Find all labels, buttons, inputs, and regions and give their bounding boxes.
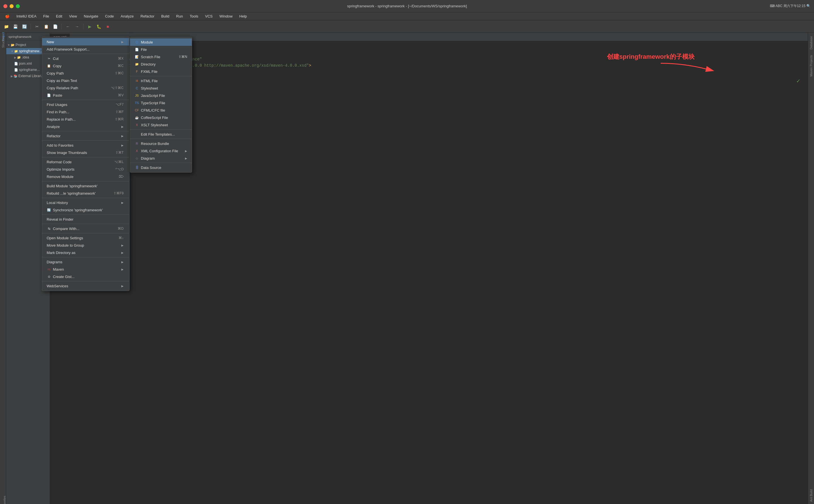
menu-item-cut[interactable]: ✂ Cut ⌘X [42,55,129,62]
menu-item-reformat[interactable]: Reformat Code ⌥⌘L [42,158,129,166]
menu-item-compare[interactable]: ⇆ Compare With... ⌘D [42,225,129,232]
submenu-label-cfml: CFML/CFC file [141,108,165,112]
menu-item-copy-path[interactable]: Copy Path ⇧⌘C [42,69,129,77]
module-settings-shortcut: ⌘↓ [118,236,123,240]
submenu-label-stylesheet: Stylesheet [141,86,158,90]
find-in-path-label: Find in Path... [47,110,69,114]
submenu-item-cfml[interactable]: CF CFML/CFC file [130,107,192,114]
rebuild-module-label: Rebuild ...le 'springframework' [47,191,96,195]
menu-item-image-thumbnails[interactable]: Show Image Thumbnails ⇧⌘T [42,149,129,156]
move-module-label: Move Module to Group [47,243,84,247]
menu-item-create-gist[interactable]: ⊙ Create Gist... [42,273,129,280]
webservices-arrow-icon: ▶ [121,284,123,288]
menu-item-maven[interactable]: m Maven ▶ [42,266,129,273]
remove-module-label: Remove Module [47,175,73,179]
diagram-icon: ◇ [135,156,139,160]
submenu-item-resource-bundle[interactable]: R Resource Bundle [130,140,192,147]
menu-item-move-module[interactable]: Move Module to Group ▶ [42,242,129,249]
scratch-shortcut: ⇧⌘N [178,55,187,59]
module-settings-label: Open Module Settings [47,236,83,240]
submenu-item-file[interactable]: 📄 File [130,46,192,53]
replace-in-path-shortcut: ⇧⌘R [115,117,123,121]
diagram-arrow-icon: ▶ [185,157,187,160]
compare-shortcut: ⌘D [118,227,123,231]
menu-item-add-favorites[interactable]: Add to Favorites ▶ [42,142,129,149]
html-icon: H [135,79,139,83]
reformat-shortcut: ⌥⌘L [114,160,123,164]
submenu-sep-3 [130,139,192,139]
find-usages-label: Find Usages [47,103,67,107]
edit-templates-icon [135,132,139,136]
menu-item-find-usages[interactable]: Find Usages ⌥F7 [42,101,129,108]
menu-item-copy[interactable]: 📋 Copy ⌘C [42,62,129,69]
scratch-icon: 📝 [135,55,139,59]
menu-item-copy-plain[interactable]: Copy as Plain Text [42,77,129,84]
menu-sep-1 [42,54,129,54]
menu-item-local-history[interactable]: Local History ▶ [42,199,129,206]
submenu-item-fxml[interactable]: F FXML File [130,68,192,75]
menu-item-add-framework[interactable]: Add Framework Support... [42,45,129,53]
submenu-item-xslt[interactable]: X XSLT Stylesheet [130,121,192,129]
menu-sep-5 [42,157,129,157]
new-label: New [47,40,54,44]
cut-shortcut: ⌘X [118,57,123,60]
find-usages-shortcut: ⌥F7 [116,103,123,107]
maven-arrow-icon: ▶ [121,268,123,271]
cut-label: Cut [53,57,58,61]
submenu-item-datasource[interactable]: 🗄 Data Source [130,164,192,171]
submenu-label-html: HTML File [141,79,157,83]
submenu-item-edit-templates[interactable]: Edit File Templates... [130,131,192,138]
maven-label: Maven [53,267,64,271]
submenu-item-typescript[interactable]: TS TypeScript File [130,99,192,107]
menu-sep-9 [42,224,129,224]
menu-sep-8 [42,214,129,215]
menu-sep-7 [42,198,129,198]
submenu-item-xml-config[interactable]: X XML Configuration File ▶ [130,147,192,155]
menu-item-synchronize[interactable]: 🔄 Synchronize 'springframework' [42,206,129,214]
analyze-arrow-icon: ▶ [121,125,123,128]
menu-item-build-module[interactable]: Build Module 'springframework' [42,182,129,190]
stylesheet-icon: C [135,86,139,90]
image-thumbnails-label: Show Image Thumbnails [47,151,87,155]
submenu-item-html[interactable]: H HTML File [130,77,192,84]
mark-directory-label: Mark Directory as [47,251,75,255]
menu-item-optimize-imports[interactable]: Optimize Imports ^⌥O [42,166,129,173]
menu-item-refactor[interactable]: Refactor ▶ [42,132,129,140]
menu-item-rebuild-module[interactable]: Rebuild ...le 'springframework' ⇧⌘F9 [42,190,129,197]
menu-item-reveal-finder[interactable]: Reveal in Finder [42,216,129,223]
submenu-item-stylesheet[interactable]: C Stylesheet [130,84,192,92]
submenu-item-scratch[interactable]: 📝 Scratch File ⇧⌘N [130,53,192,60]
submenu-item-diagram[interactable]: ◇ Diagram ▶ [130,155,192,162]
menu-item-find-in-path[interactable]: Find in Path... ⇧⌘F [42,108,129,116]
menu-item-replace-in-path[interactable]: Replace in Path... ⇧⌘R [42,116,129,123]
diagrams-arrow-icon: ▶ [121,260,123,264]
fxml-icon: F [135,69,139,74]
menu-item-mark-directory[interactable]: Mark Directory as ▶ [42,249,129,256]
directory-icon: 📁 [135,62,139,66]
context-menu-overlay[interactable]: New ▶ ⬡ Module 📄 File [0,0,814,504]
module-icon: ⬡ [135,40,139,44]
analyze-label: Analyze [47,125,60,129]
paste-shortcut: ⌘V [118,93,123,97]
submenu-item-directory[interactable]: 📁 Directory [130,60,192,68]
submenu-item-coffeescript[interactable]: ☕ CoffeeScript File [130,114,192,121]
sync-icon: 🔄 [47,208,51,212]
menu-item-analyze[interactable]: Analyze ▶ [42,123,129,130]
menu-item-module-settings[interactable]: Open Module Settings ⌘↓ [42,234,129,242]
menu-sep-3 [42,131,129,131]
typescript-icon: TS [135,101,139,105]
image-thumbnails-shortcut: ⇧⌘T [115,151,123,155]
copy-label: Copy [53,64,61,68]
xml-config-arrow-icon: ▶ [185,149,187,153]
submenu-item-module[interactable]: ⬡ Module [130,38,192,46]
menu-item-diagrams[interactable]: Diagrams ▶ [42,258,129,266]
submenu-item-javascript[interactable]: JS JavaScript File [130,92,192,99]
menu-item-copy-relative[interactable]: Copy Relative Path ⌥⇧⌘C [42,84,129,92]
menu-item-webservices[interactable]: WebServices ▶ [42,282,129,290]
menu-item-remove-module[interactable]: Remove Module ⌦ [42,173,129,180]
menu-item-new[interactable]: New ▶ ⬡ Module 📄 File [42,38,129,45]
xslt-icon: X [135,123,139,127]
submenu-label-directory: Directory [141,62,155,66]
menu-item-paste[interactable]: 📄 Paste ⌘V [42,92,129,99]
submenu-label-resource-bundle: Resource Bundle [141,142,169,146]
